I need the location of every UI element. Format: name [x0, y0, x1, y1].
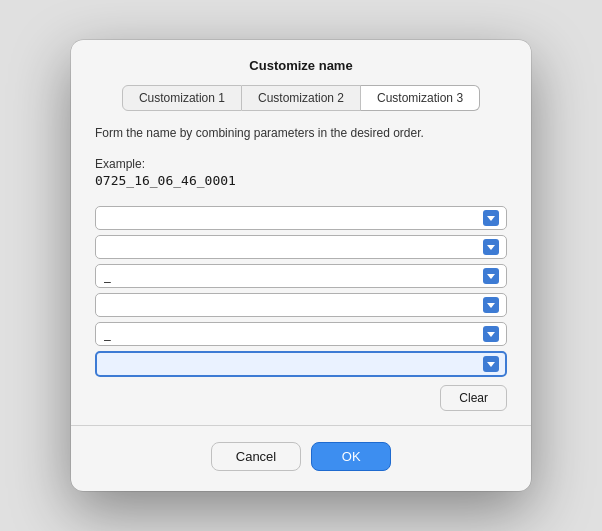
dropdown-row-2 [95, 235, 507, 259]
dropdown-sequential-number[interactable] [95, 351, 507, 377]
tab-customization-3[interactable]: Customization 3 [361, 85, 480, 111]
dropdown-row-6 [95, 351, 507, 377]
dropdown-shooting-month[interactable] [95, 206, 507, 230]
dropdown-row-4 [95, 293, 507, 317]
example-section: Example: 0725_16_06_46_0001 [71, 151, 531, 206]
example-value: 0725_16_06_46_0001 [95, 173, 507, 188]
tab-customization-1[interactable]: Customization 1 [122, 85, 242, 111]
dropdown-row-1 [95, 206, 507, 230]
dropdown-underscore-2[interactable]: _ [95, 322, 507, 346]
ok-button[interactable]: OK [311, 442, 391, 471]
dialog-title: Customize name [71, 40, 531, 85]
cancel-button[interactable]: Cancel [211, 442, 301, 471]
dropdown-underscore-1[interactable]: _ [95, 264, 507, 288]
description-text: Form the name by combining parameters in… [71, 125, 531, 152]
footer-buttons: Cancel OK [71, 426, 531, 471]
clear-button[interactable]: Clear [440, 385, 507, 411]
tabs-container: Customization 1 Customization 2 Customiz… [71, 85, 531, 125]
dropdown-row-3: _ [95, 264, 507, 288]
dropdown-row-5: _ [95, 322, 507, 346]
dropdown-shooting-day[interactable] [95, 235, 507, 259]
tab-customization-2[interactable]: Customization 2 [242, 85, 361, 111]
example-label: Example: [95, 157, 507, 171]
dropdowns-section: _ _ [71, 206, 531, 377]
customize-name-dialog: Customize name Customization 1 Customiza… [71, 40, 531, 492]
dropdown-shooting-time[interactable] [95, 293, 507, 317]
clear-row: Clear [71, 377, 531, 411]
